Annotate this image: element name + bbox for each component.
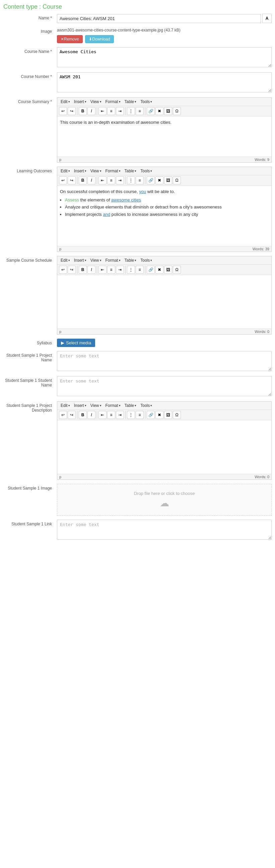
pd-align-center-button[interactable]: ≡: [107, 411, 115, 419]
ol-button[interactable]: ≡: [136, 107, 144, 115]
course-name-field: Awesome Cities: [57, 47, 272, 68]
align-right-button[interactable]: ⇥: [116, 107, 124, 115]
lo-ul-button[interactable]: ⋮: [127, 176, 135, 184]
lo-italic-button[interactable]: I: [87, 176, 95, 184]
pd-ul-button[interactable]: ⋮: [127, 411, 135, 419]
pd-ol-button[interactable]: ≡: [136, 411, 144, 419]
image-download-button[interactable]: ⬇ Download: [85, 35, 114, 43]
lo-special-button[interactable]: Ω: [173, 176, 181, 184]
student1-image-drop-zone[interactable]: Drop file here or click to choose ☁: [57, 484, 272, 516]
pd-edit-menu[interactable]: Edit▾: [59, 403, 72, 409]
pd-menubar: Edit▾ Insert▾ View▾ Format▾ Table▾ Tools…: [57, 402, 271, 410]
rte-format-menu[interactable]: Format▾: [104, 99, 122, 105]
toolbar-sep-3: [125, 107, 126, 115]
pd-special-button[interactable]: Ω: [173, 411, 181, 419]
pd-table-menu[interactable]: Table▾: [123, 403, 138, 409]
lo-tools-menu[interactable]: Tools▾: [139, 168, 154, 174]
lo-align-center-button[interactable]: ≡: [107, 176, 115, 184]
bold-button[interactable]: B: [79, 107, 87, 115]
student1-project-name-input[interactable]: [57, 351, 272, 371]
pd-insert-menu[interactable]: Insert▾: [72, 403, 88, 409]
lo-item-3: Implement projects and policies to incre…: [65, 211, 269, 218]
student1-link-input[interactable]: [57, 520, 272, 540]
sc-link-button[interactable]: 🔗: [147, 266, 155, 274]
sc-format-menu[interactable]: Format▾: [104, 257, 122, 264]
lo-redo-button[interactable]: ↪: [68, 176, 76, 184]
pd-italic-button[interactable]: I: [87, 411, 95, 419]
lo-align-left-button[interactable]: ⇤: [99, 176, 107, 184]
toolbar-sep-2: [97, 107, 97, 115]
student1-project-desc-body[interactable]: [57, 420, 271, 474]
pd-align-right-button[interactable]: ⇥: [116, 411, 124, 419]
sc-bold-button[interactable]: B: [79, 266, 87, 274]
lo-ol-button[interactable]: ≡: [136, 176, 144, 184]
sc-italic-button[interactable]: I: [87, 266, 95, 274]
redo-button[interactable]: ↪: [68, 107, 76, 115]
student1-project-desc-label: Student Sample 1 Project Description: [3, 401, 57, 412]
learning-outcomes-body[interactable]: On successful completion of this course,…: [57, 186, 271, 246]
pd-align-left-button[interactable]: ⇤: [99, 411, 107, 419]
pd-view-menu[interactable]: View▾: [89, 403, 103, 409]
lo-edit-menu[interactable]: Edit▾: [59, 168, 72, 174]
sample-schedule-body[interactable]: [57, 275, 271, 329]
student1-student-name-input[interactable]: [57, 376, 272, 396]
undo-button[interactable]: ↩: [59, 107, 67, 115]
align-center-button[interactable]: ≡: [107, 107, 115, 115]
sc-align-right-button[interactable]: ⇥: [116, 266, 124, 274]
name-row: Name * A: [3, 14, 272, 23]
lo-link-button[interactable]: 🔗: [147, 176, 155, 184]
course-summary-body[interactable]: This course is an in-depth examination o…: [57, 117, 271, 157]
syllabus-select-media-button[interactable]: ▶ Select media: [57, 339, 95, 347]
special-char-button[interactable]: Ω: [173, 107, 181, 115]
sc-insert-menu[interactable]: Insert▾: [72, 257, 88, 264]
rte-view-menu[interactable]: View▾: [89, 99, 103, 105]
sc-unlink-button[interactable]: ✖: [156, 266, 163, 274]
rte-tools-menu[interactable]: Tools▾: [139, 99, 154, 105]
image-insert-button[interactable]: 🖼: [164, 107, 172, 115]
sc-tools-menu[interactable]: Tools▾: [139, 257, 154, 264]
lo-view-menu[interactable]: View▾: [89, 168, 103, 174]
name-action-button[interactable]: A: [262, 14, 272, 23]
align-left-button[interactable]: ⇤: [99, 107, 107, 115]
italic-button[interactable]: I: [87, 107, 95, 115]
pd-tools-menu[interactable]: Tools▾: [139, 403, 154, 409]
lo-bold-button[interactable]: B: [79, 176, 87, 184]
pd-link-button[interactable]: 🔗: [147, 411, 155, 419]
pd-toolbar: ↩ ↪ B I ⇤ ≡ ⇥ ⋮ ≡ 🔗 ✖ 🖼 Ω: [57, 410, 271, 420]
sc-align-left-button[interactable]: ⇤: [99, 266, 107, 274]
rte-table-menu[interactable]: Table▾: [123, 99, 138, 105]
pd-bold-button[interactable]: B: [79, 411, 87, 419]
pd-format-menu[interactable]: Format▾: [104, 403, 122, 409]
link-button[interactable]: 🔗: [147, 107, 155, 115]
ul-button[interactable]: ⋮: [127, 107, 135, 115]
unlink-button[interactable]: ✖: [156, 107, 163, 115]
pd-image-button[interactable]: 🖼: [164, 411, 172, 419]
lo-format-menu[interactable]: Format▾: [104, 168, 122, 174]
course-name-input[interactable]: Awesome Cities: [57, 47, 272, 67]
sc-ul-button[interactable]: ⋮: [127, 266, 135, 274]
lo-align-right-button[interactable]: ⇥: [116, 176, 124, 184]
sc-redo-button[interactable]: ↪: [68, 266, 76, 274]
sc-special-button[interactable]: Ω: [173, 266, 181, 274]
lo-table-menu[interactable]: Table▾: [123, 168, 138, 174]
sc-undo-button[interactable]: ↩: [59, 266, 67, 274]
pd-redo-button[interactable]: ↪: [68, 411, 76, 419]
sc-edit-menu[interactable]: Edit▾: [59, 257, 72, 264]
image-remove-button[interactable]: ✕ Remove: [57, 35, 83, 43]
rte-edit-menu[interactable]: Edit▾: [59, 99, 72, 105]
lo-image-button[interactable]: 🖼: [164, 176, 172, 184]
select-media-label: Select media: [66, 340, 91, 345]
sc-ol-button[interactable]: ≡: [136, 266, 144, 274]
sc-view-menu[interactable]: View▾: [89, 257, 103, 264]
pd-undo-button[interactable]: ↩: [59, 411, 67, 419]
rte-insert-menu[interactable]: Insert▾: [72, 99, 88, 105]
lo-insert-menu[interactable]: Insert▾: [72, 168, 88, 174]
lo-unlink-button[interactable]: ✖: [156, 176, 163, 184]
lo-undo-button[interactable]: ↩: [59, 176, 67, 184]
name-input[interactable]: [57, 14, 261, 23]
sc-align-center-button[interactable]: ≡: [107, 266, 115, 274]
sc-image-button[interactable]: 🖼: [164, 266, 172, 274]
sc-table-menu[interactable]: Table▾: [123, 257, 138, 264]
pd-unlink-button[interactable]: ✖: [156, 411, 163, 419]
course-number-input[interactable]: AWSM 201: [57, 72, 272, 92]
